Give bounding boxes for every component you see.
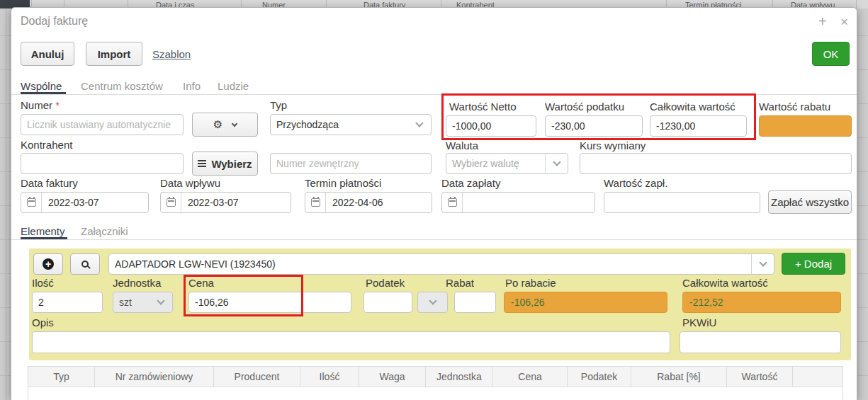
kontrahent-label: Kontrahent (21, 139, 72, 151)
podatek-label: Podatek (366, 277, 405, 289)
active-tab-underline (21, 92, 66, 94)
close-icon[interactable]: × (840, 15, 848, 28)
ilosc-input[interactable] (32, 292, 103, 313)
chevron-down-icon (422, 292, 444, 312)
required-mark: * (55, 99, 60, 111)
active-subtab-underline (21, 237, 67, 239)
tab-zalaczniki[interactable]: Załączniki (81, 225, 128, 237)
wartosc-zapl-label: Wartość zapł. (604, 177, 667, 189)
pkwiu-input[interactable] (680, 331, 841, 353)
chevron-down-icon (408, 115, 431, 135)
column-header: Podatek (568, 366, 631, 387)
data-wplywu-datepicker[interactable]: 2022-03-07 (160, 192, 291, 213)
calendar-icon (21, 193, 42, 212)
calendar-icon (442, 193, 463, 212)
waluta-select[interactable]: Wybierz walutę (446, 153, 568, 174)
data-wplywu-label: Data wpływu (160, 177, 220, 189)
rabat-input[interactable] (454, 292, 496, 313)
column-header: Waga (359, 366, 426, 387)
data-faktury-label: Data faktury (21, 177, 78, 189)
expand-icon[interactable]: + (818, 14, 827, 28)
wartosc-netto-input[interactable] (446, 115, 536, 137)
numer-input[interactable] (21, 114, 184, 135)
tab-wspolne[interactable]: Wspólne (21, 80, 62, 92)
kontrahent-input[interactable] (21, 153, 184, 174)
ok-button[interactable]: OK (812, 42, 850, 66)
kurs-wymiany-input[interactable] (580, 153, 852, 174)
data-faktury-datepicker[interactable]: 2022-03-07 (21, 192, 149, 213)
chevron-down-icon (545, 154, 568, 173)
tab-ludzie[interactable]: Ludzie (218, 80, 249, 92)
column-header: Wartość (727, 366, 793, 387)
wybierz-button[interactable]: Wybierz (192, 152, 258, 176)
list-icon (198, 160, 206, 161)
add-invoice-dialog: Dodaj fakturę + × Anuluj Import Szablon … (11, 7, 857, 400)
chevron-down-icon (232, 120, 237, 126)
calkowita-label: Całkowita wartość (682, 277, 768, 289)
kurs-wymiany-label: Kurs wymiany (580, 139, 646, 152)
search-icon (81, 261, 89, 268)
column-header: Jednostka (426, 366, 493, 387)
wartosc-podatku-input[interactable] (545, 115, 643, 137)
opis-label: Opis (32, 316, 54, 328)
plus-circle-icon: + (43, 258, 54, 270)
waluta-label: Waluta (446, 139, 478, 152)
dialog-title: Dodaj fakturę (21, 15, 88, 28)
licznik-button[interactable]: ⚙ (192, 113, 258, 137)
column-header: Cena (493, 366, 568, 387)
template-link[interactable]: Szablon (152, 48, 191, 60)
column-header (793, 366, 843, 387)
termin-platnosci-datepicker[interactable]: 2022-04-06 (305, 192, 432, 213)
tab-centrum-kosztow[interactable]: Centrum kosztów (81, 80, 163, 92)
search-element-button[interactable] (70, 253, 100, 275)
numer-label: Numer * (21, 99, 60, 111)
calkowita-wartosc-input[interactable] (650, 115, 747, 137)
gear-icon: ⚙ (213, 120, 222, 130)
tab-info[interactable]: Info (183, 80, 201, 92)
wartosc-podatku-label: Wartość podatku (545, 101, 624, 113)
divider (856, 0, 857, 8)
jednostka-select[interactable]: szt (113, 292, 173, 313)
opis-input[interactable] (32, 331, 670, 353)
import-button[interactable]: Import (86, 42, 142, 66)
po-rabacie-field[interactable]: -106,26 (504, 292, 667, 313)
data-zaplaty-label: Data zapłaty (441, 177, 500, 189)
tab-elementy[interactable]: Elementy (21, 225, 65, 237)
column-header: Producent (214, 366, 300, 387)
dodaj-button[interactable]: + Dodaj (782, 253, 845, 275)
data-zaplaty-datepicker[interactable] (441, 192, 595, 213)
podatek-select[interactable] (417, 292, 448, 313)
column-header: Typ (28, 366, 95, 387)
divider (11, 239, 857, 240)
chevron-down-icon (150, 292, 172, 312)
typ-select[interactable]: Przychodząca (270, 114, 432, 135)
jednostka-label: Jednostka (113, 277, 161, 289)
column-header: Ilość (300, 366, 359, 387)
wartosc-rabatu-field[interactable] (759, 115, 852, 137)
podatek-input[interactable] (363, 292, 412, 313)
items-table-header: Typ Nr zamówieniowy Producent Ilość Waga… (28, 366, 843, 387)
numer-zewnetrzny-input[interactable] (270, 153, 432, 174)
wartosc-zapl-input[interactable] (604, 192, 760, 213)
cena-label: Cena (188, 277, 214, 289)
typ-label: Typ (270, 99, 287, 111)
product-select[interactable]: ADAPTADOR LGW-NEVI (1923450) (108, 253, 774, 275)
calkowita-field[interactable]: -212,52 (682, 292, 841, 313)
rabat-label: Rabat (446, 277, 474, 289)
calendar-icon (305, 193, 326, 212)
calendar-icon (161, 193, 181, 212)
zaplac-wszystko-button[interactable]: Zapłać wszystko (768, 190, 852, 214)
cena-input[interactable] (188, 292, 351, 313)
ilosc-label: Ilość (32, 277, 54, 289)
cancel-button[interactable]: Anuluj (21, 42, 74, 66)
column-header: Nr zamówieniowy (95, 366, 214, 387)
wartosc-rabatu-label: Wartość rabatu (759, 101, 830, 113)
po-rabacie-label: Po rabacie (505, 277, 556, 289)
calkowita-wartosc-label: Całkowita wartość (650, 101, 735, 113)
termin-platnosci-label: Termin płatności (305, 177, 381, 189)
add-element-button[interactable]: + (33, 253, 63, 275)
chevron-down-icon (751, 254, 774, 274)
wartosc-netto-label: Wartość Netto (449, 101, 516, 113)
column-header: Rabat [%] (631, 366, 727, 387)
pkwiu-label: PKWiU (682, 316, 716, 328)
